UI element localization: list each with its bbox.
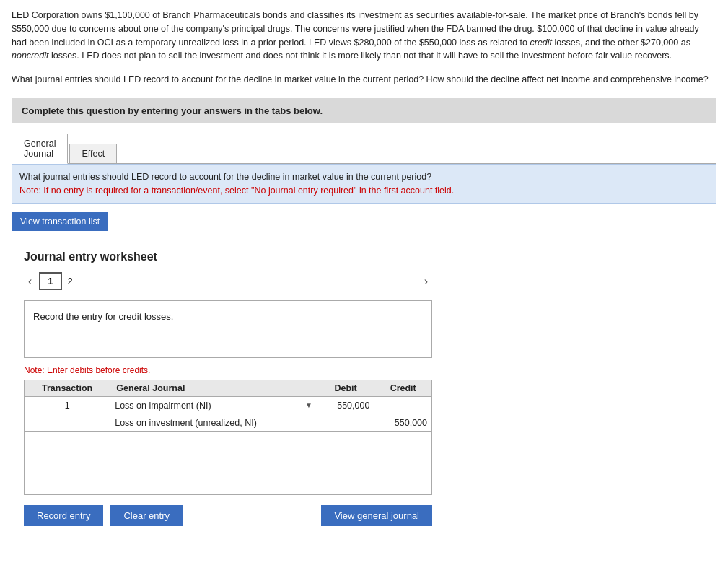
empty-transaction-5[interactable] [25, 463, 110, 479]
empty-journal-3[interactable] [110, 432, 317, 447]
page-2-label[interactable]: 2 [68, 276, 73, 287]
empty-transaction-6[interactable] [25, 479, 110, 495]
worksheet-container: Journal entry worksheet ‹ 1 2 › Record t… [12, 240, 444, 538]
info-box: What journal entries should LED record t… [12, 164, 716, 204]
credit-cell-2[interactable]: 550,000 [374, 414, 432, 432]
table-row [25, 432, 432, 447]
col-header-general-journal: General Journal [110, 380, 317, 397]
table-row: 1 Loss on impairment (NI) ▼ 550,000 [25, 397, 432, 414]
empty-transaction-3[interactable] [25, 432, 110, 447]
dropdown-arrow-1[interactable]: ▼ [305, 401, 312, 409]
empty-journal-5[interactable] [110, 463, 317, 479]
table-row [25, 463, 432, 479]
empty-credit-3[interactable] [374, 432, 432, 447]
transaction-number-2 [25, 414, 110, 432]
info-note-text: Note: If no entry is required for a tran… [19, 185, 454, 196]
col-header-debit: Debit [317, 380, 374, 397]
nav-row: ‹ 1 2 › [24, 272, 432, 290]
empty-debit-3[interactable] [317, 432, 374, 447]
complete-instruction: Complete this question by entering your … [12, 98, 716, 123]
empty-credit-5[interactable] [374, 463, 432, 479]
empty-journal-6[interactable] [110, 479, 317, 495]
view-general-journal-button[interactable]: View general journal [321, 505, 432, 526]
question-paragraph: What journal entries should LED record t… [12, 73, 716, 87]
journal-table: Transaction General Journal Debit Credit… [24, 380, 432, 495]
debit-cell-2[interactable] [317, 414, 374, 432]
debit-cell-1[interactable]: 550,000 [317, 397, 374, 414]
col-header-credit: Credit [374, 380, 432, 397]
empty-transaction-4[interactable] [25, 447, 110, 463]
empty-journal-4[interactable] [110, 447, 317, 463]
bottom-buttons: Record entry Clear entry View general jo… [24, 505, 432, 526]
transaction-number-1: 1 [25, 397, 110, 414]
intro-paragraph-1: LED Corporation owns $1,100,000 of Branc… [12, 9, 716, 63]
page-1-button[interactable]: 1 [39, 272, 61, 290]
clear-entry-button[interactable]: Clear entry [110, 505, 183, 526]
col-header-transaction: Transaction [25, 380, 110, 397]
worksheet-title: Journal entry worksheet [24, 250, 432, 263]
journal-entry-cell-2[interactable]: Loss on investment (unrealized, NI) [110, 414, 317, 432]
table-row [25, 447, 432, 463]
journal-entry-cell-1[interactable]: Loss on impairment (NI) ▼ [110, 397, 317, 414]
record-description-box: Record the entry for credit losses. [24, 300, 432, 358]
tab-general-journal[interactable]: GeneralJournal [12, 134, 68, 164]
record-entry-button[interactable]: Record entry [24, 505, 103, 526]
prev-arrow[interactable]: ‹ [24, 274, 36, 289]
note-debits: Note: Enter debits before credits. [24, 365, 432, 375]
credit-cell-1[interactable] [374, 397, 432, 414]
tabs-row: GeneralJournal Effect [12, 134, 716, 164]
next-arrow[interactable]: › [420, 274, 432, 289]
empty-credit-4[interactable] [374, 447, 432, 463]
info-main-text: What journal entries should LED record t… [19, 172, 431, 182]
empty-debit-4[interactable] [317, 447, 374, 463]
view-transaction-button[interactable]: View transaction list [12, 212, 108, 231]
empty-credit-6[interactable] [374, 479, 432, 495]
empty-debit-6[interactable] [317, 479, 374, 495]
table-row [25, 479, 432, 495]
table-row: Loss on investment (unrealized, NI) 550,… [25, 414, 432, 432]
record-description-text: Record the entry for credit losses. [33, 311, 173, 322]
tab-effect[interactable]: Effect [69, 144, 117, 163]
empty-debit-5[interactable] [317, 463, 374, 479]
